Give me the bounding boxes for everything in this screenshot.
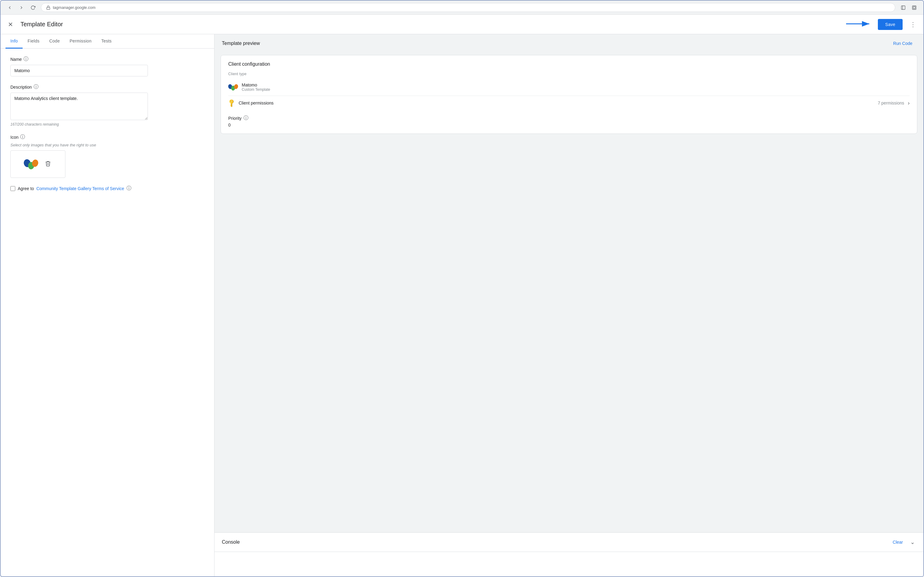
tab-fields[interactable]: Fields — [23, 34, 44, 48]
back-button[interactable] — [5, 3, 14, 12]
name-label: Name ⓘ — [10, 56, 204, 62]
tos-link[interactable]: Community Template Gallery Terms of Serv… — [36, 186, 124, 191]
run-code-button[interactable]: Run Code — [889, 39, 916, 48]
console-section: Console Clear ⌄ — [214, 532, 923, 576]
preview-header: Template preview Run Code — [214, 34, 923, 53]
save-button[interactable]: Save — [878, 19, 903, 30]
right-panel: Template preview Run Code Client configu… — [214, 34, 923, 576]
client-matomo-logo — [228, 82, 238, 92]
tos-prefix: Agree to — [18, 186, 34, 191]
svg-rect-1 — [901, 6, 905, 10]
collapse-button[interactable]: ⌄ — [909, 538, 916, 547]
browser-controls — [5, 3, 37, 12]
svg-rect-3 — [913, 6, 916, 10]
url-text: tagmanager.google.com — [53, 5, 95, 10]
matomo-logo-icon — [24, 156, 39, 172]
preview-content: Client configuration Client type Matomo … — [214, 53, 923, 532]
arrow-indicator — [845, 19, 873, 29]
permissions-row[interactable]: 🔑 Client permissions 7 permissions › — [228, 96, 910, 110]
name-input[interactable] — [10, 65, 148, 76]
trash-icon — [45, 160, 51, 166]
browser-sidebar-button[interactable] — [899, 3, 908, 12]
forward-button[interactable] — [17, 3, 26, 12]
char-count: 167/200 characters remaining — [10, 122, 204, 127]
tab-info[interactable]: Info — [5, 34, 23, 48]
key-icon: 🔑 — [227, 98, 236, 108]
priority-value: 0 — [228, 122, 910, 127]
delete-icon-button[interactable] — [44, 159, 52, 169]
priority-help-icon[interactable]: ⓘ — [243, 115, 248, 121]
browser-tab-button[interactable] — [910, 3, 919, 12]
preview-title: Template preview — [222, 41, 260, 46]
config-card-title: Client configuration — [228, 61, 910, 67]
svg-rect-4 — [913, 6, 916, 8]
client-row: Matomo Custom Template — [228, 79, 910, 96]
description-label: Description ⓘ — [10, 84, 204, 90]
console-body — [214, 552, 923, 576]
client-sub: Custom Template — [242, 87, 270, 92]
tab-bar: Info Fields Code Permission Tests — [1, 34, 214, 48]
console-header: Console Clear ⌄ — [214, 533, 923, 552]
arrow-svg — [845, 19, 873, 28]
tab-code[interactable]: Code — [44, 34, 64, 48]
browser-chrome: tagmanager.google.com — [1, 1, 923, 15]
lock-icon — [46, 5, 50, 10]
client-name: Matomo — [242, 82, 270, 87]
icon-help-icon[interactable]: ⓘ — [20, 134, 25, 140]
svg-rect-0 — [47, 7, 50, 9]
left-panel: Info Fields Code Permission Tests Name ⓘ… — [1, 34, 214, 576]
address-bar[interactable]: tagmanager.google.com — [41, 3, 895, 12]
browser-actions — [899, 3, 919, 12]
refresh-button[interactable] — [29, 3, 37, 12]
icon-hint: Select only images that you have the rig… — [10, 143, 204, 147]
tos-help-icon[interactable]: ⓘ — [127, 185, 131, 192]
config-card: Client configuration Client type Matomo … — [221, 55, 917, 134]
form-area: Name ⓘ Description ⓘ Matomo Analytics cl… — [1, 48, 214, 576]
icon-preview-box — [10, 150, 65, 178]
name-field-group: Name ⓘ — [10, 56, 204, 76]
client-info: Matomo Custom Template — [242, 82, 270, 92]
permissions-label: Client permissions — [239, 100, 874, 105]
main-layout: Info Fields Code Permission Tests Name ⓘ… — [1, 34, 923, 576]
console-title: Console — [222, 539, 240, 545]
client-type-label: Client type — [228, 72, 910, 76]
description-field-group: Description ⓘ Matomo Analytics client te… — [10, 84, 204, 127]
more-options-button[interactable]: ⋮ — [908, 18, 919, 31]
permissions-count: 7 permissions — [878, 100, 904, 105]
tos-checkbox[interactable] — [10, 186, 15, 191]
tab-tests[interactable]: Tests — [96, 34, 116, 48]
icon-label: Icon ⓘ — [10, 134, 204, 140]
description-help-icon[interactable]: ⓘ — [34, 84, 39, 90]
app-header: ✕ Template Editor Save ⋮ — [1, 15, 923, 34]
page-title: Template Editor — [21, 21, 840, 28]
tab-permission[interactable]: Permission — [65, 34, 97, 48]
clear-button[interactable]: Clear — [890, 538, 905, 546]
priority-label: Priority ⓘ — [228, 115, 910, 121]
console-actions: Clear ⌄ — [890, 538, 916, 547]
close-button[interactable]: ✕ — [5, 18, 16, 31]
description-input[interactable]: Matomo Analytics client template. — [10, 93, 148, 120]
chevron-right-icon: › — [908, 100, 910, 106]
tos-row: Agree to Community Template Gallery Term… — [10, 185, 204, 192]
name-help-icon[interactable]: ⓘ — [24, 56, 28, 62]
header-actions: Save ⋮ — [845, 18, 919, 31]
icon-field-group: Icon ⓘ Select only images that you have … — [10, 134, 204, 178]
priority-section: Priority ⓘ 0 — [228, 115, 910, 127]
